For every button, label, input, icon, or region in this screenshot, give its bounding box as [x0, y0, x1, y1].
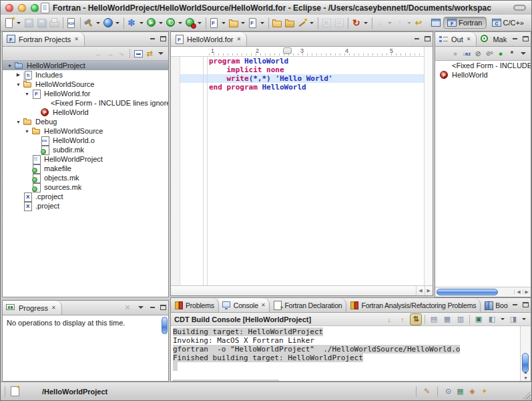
maximize-view-button[interactable]: [523, 302, 529, 308]
new-button[interactable]: [3, 17, 23, 29]
new-fortran-project-button[interactable]: [208, 17, 228, 29]
display-console-dropdown[interactable]: [501, 318, 505, 320]
maximize-view-button[interactable]: [523, 36, 529, 42]
build-all-dropdown[interactable]: [96, 22, 100, 24]
console-content[interactable]: Building target: HelloWorldProjectInvoki…: [171, 326, 531, 381]
new-fortran-file-button[interactable]: [247, 17, 266, 29]
console-vscrollbar[interactable]: ▲ ▼: [520, 326, 531, 381]
new-fortran-file-dropdown[interactable]: [260, 22, 264, 24]
tab-fortran-projects[interactable]: Fortran Projects ✕: [3, 32, 85, 46]
binary-build-button[interactable]: [65, 17, 78, 29]
tab-fortran-analysis-refactoring-problems[interactable]: Fortran Analysis/Refactoring Problems: [346, 298, 481, 312]
tree-item-includes[interactable]: ▶Includes: [3, 70, 168, 80]
scroll-lock-button[interactable]: ⇅: [410, 313, 422, 325]
profile-button[interactable]: [165, 17, 184, 29]
collapse-arrow-icon[interactable]: ▼: [14, 120, 23, 124]
collapse-arrow-icon[interactable]: ▼: [5, 63, 14, 68]
minimize-editor-button[interactable]: [414, 36, 421, 42]
new-fortran-project-dropdown[interactable]: [222, 22, 226, 24]
run-button[interactable]: [146, 17, 165, 29]
plugin-trim-icon[interactable]: ◈: [467, 386, 478, 397]
image-trim-icon[interactable]: ▦: [455, 386, 466, 397]
tab-console[interactable]: Console ✕: [219, 298, 270, 312]
tab-fortran-declaration[interactable]: Fortran Declaration: [270, 298, 346, 312]
code-line[interactable]: implicit none: [171, 65, 425, 74]
edit-trim-icon[interactable]: ✎: [421, 386, 433, 397]
scrollbar-thumb[interactable]: [437, 289, 498, 295]
hide-static-button[interactable]: ⊘ˢ: [485, 48, 494, 59]
tree-item-helloworld-for[interactable]: ▼HelloWorld.for: [3, 89, 168, 98]
code-line[interactable]: program HelloWorld: [171, 57, 425, 65]
minimize-view-button[interactable]: [150, 36, 156, 42]
scroll-right-icon[interactable]: ▶: [523, 289, 531, 295]
maximize-view-button[interactable]: [160, 305, 167, 311]
open-console-dropdown[interactable]: [522, 318, 526, 320]
show-stderr-button[interactable]: ↑: [396, 314, 409, 325]
sort-button[interactable]: ↓az: [462, 48, 471, 59]
minimize-window-button[interactable]: [18, 4, 26, 12]
scroll-up-icon[interactable]: ▲: [523, 369, 528, 375]
tree-item-project[interactable]: .project: [3, 201, 168, 211]
tree-item-helloworld-o[interactable]: HelloWorld.o: [3, 136, 168, 145]
profile-dropdown[interactable]: [178, 22, 182, 24]
tree-item-helloworldproject[interactable]: ▼HelloWorldProject: [3, 61, 168, 70]
tree-item-sources-mk[interactable]: sources.mk: [3, 182, 168, 192]
statusbar-wizard-icon[interactable]: [9, 386, 21, 397]
tree-item-helloworld[interactable]: HelloWorld: [3, 108, 168, 117]
outline-hscrollbar[interactable]: ◀ ▶: [435, 287, 531, 297]
perspective-c-button[interactable]: C/C+»: [489, 17, 528, 28]
search-dropdown[interactable]: [310, 22, 314, 24]
pin-console-button[interactable]: ▣: [473, 314, 485, 325]
show-stdout-button[interactable]: ↓: [383, 314, 395, 325]
minimize-view-button[interactable]: [512, 36, 519, 42]
new-dropdown[interactable]: [17, 22, 21, 24]
tree-item-cproject[interactable]: .cproject: [3, 192, 168, 201]
remove-launch-button[interactable]: ▦: [441, 314, 453, 325]
debug-config-button[interactable]: [126, 17, 146, 29]
terminate-button[interactable]: [350, 17, 370, 29]
view-menu-button[interactable]: [519, 48, 528, 59]
debug-config-dropdown[interactable]: [140, 22, 144, 24]
perspective-fortran-button[interactable]: Fortran: [443, 17, 486, 29]
clock-trim-icon[interactable]: ⊙: [443, 386, 454, 397]
new-fortran-folder-button[interactable]: [228, 17, 247, 29]
toolbar-toggle-button[interactable]: [513, 5, 526, 11]
filters-button[interactable]: *: [507, 48, 517, 59]
tree-item-helloworldproject[interactable]: HelloWorldProject: [3, 154, 168, 164]
scroll-right-icon[interactable]: ▶: [425, 286, 433, 295]
maximize-editor-button[interactable]: [425, 36, 431, 42]
open-element-button[interactable]: [271, 17, 284, 29]
new-fortran-folder-dropdown[interactable]: [241, 22, 245, 24]
display-console-button[interactable]: ◧: [486, 314, 498, 325]
close-icon[interactable]: ✕: [51, 305, 56, 311]
scroll-left-icon[interactable]: ◀: [416, 286, 424, 295]
open-console-button[interactable]: ◨: [507, 314, 519, 325]
remove-all-launches-button[interactable]: ▥: [455, 314, 467, 325]
open-perspective-button[interactable]: [431, 18, 441, 27]
make-dropdown[interactable]: [115, 22, 119, 24]
clear-console-button[interactable]: ▤: [428, 314, 440, 325]
code-line[interactable]: end program HelloWorld: [171, 83, 425, 92]
resize-grip[interactable]: [521, 390, 531, 400]
build-all-button[interactable]: [83, 17, 102, 29]
editor-hscrollbar[interactable]: ◀ ▶: [171, 285, 433, 295]
outline-item-fixed-form-include-lines-ignored[interactable]: <Fixed Form - INCLUDE lines ignored>: [435, 61, 531, 70]
tree-item-helloworldsource[interactable]: ▼HelloWorldSource: [3, 126, 168, 136]
tab-outline[interactable]: Out ✕: [435, 32, 477, 46]
code-line[interactable]: write(*,*) 'Hello World': [171, 74, 425, 83]
tab-progress[interactable]: Progress ✕: [3, 301, 62, 315]
editor-content[interactable]: 123456 program HelloWorld implicit none …: [171, 47, 433, 295]
tree-item-makefile[interactable]: makefile: [3, 164, 168, 173]
tab-helloworld-for[interactable]: HelloWorld.for ✕: [171, 32, 247, 46]
console-output[interactable]: Building target: HelloWorldProjectInvoki…: [171, 326, 521, 381]
tree-item-subdir-mk[interactable]: subdir.mk: [3, 145, 168, 154]
scrollbar-thumb[interactable]: [162, 317, 168, 334]
code-area[interactable]: program HelloWorld implicit none write(*…: [171, 57, 425, 286]
tree-item-fixed-form-include-lines-ignored[interactable]: <Fixed Form - INCLUDE lines ignored>: [3, 98, 168, 108]
run-coverage-button[interactable]: [184, 17, 204, 29]
tree-item-debug[interactable]: ▼Debug: [3, 117, 168, 126]
close-icon[interactable]: ✕: [467, 36, 471, 42]
view-menu-button[interactable]: [136, 302, 146, 313]
fastview-trim-icon[interactable]: ✦: [479, 386, 490, 397]
maximize-view-button[interactable]: [160, 36, 167, 42]
